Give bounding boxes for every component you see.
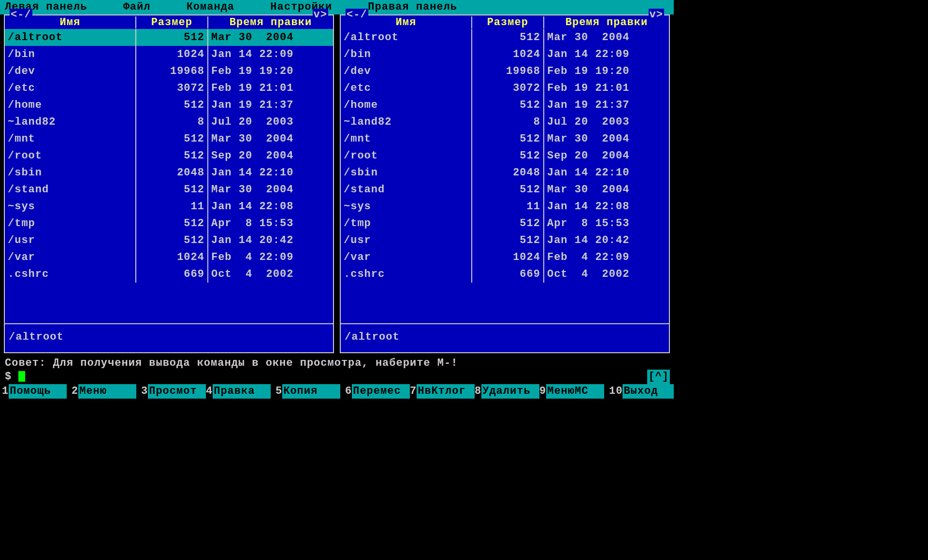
command-prompt[interactable]: $ [^]: [0, 370, 674, 384]
left-file-name: /bin: [5, 46, 136, 63]
left-file-size: 1024: [136, 46, 208, 63]
left-file-time: Jul 20 2003: [208, 114, 333, 130]
left-file-row[interactable]: /tmp512Apr 8 15:53: [5, 215, 333, 232]
right-file-size: 1024: [472, 249, 544, 266]
menu-file[interactable]: Файл: [123, 0, 151, 14]
right-file-size: 512: [472, 181, 544, 198]
left-file-size: 512: [136, 130, 208, 147]
fkey-gap: [271, 384, 276, 399]
left-file-row[interactable]: /usr512Jan 14 20:42: [5, 232, 333, 249]
right-file-name: /usr: [341, 232, 472, 249]
right-scroll-right-icon[interactable]: v>: [649, 9, 664, 21]
fkey-number: 7: [410, 384, 417, 399]
right-file-row[interactable]: /tmp512Apr 8 15:53: [341, 215, 669, 232]
fkey-number: 10: [609, 384, 623, 399]
left-file-name: /usr: [5, 232, 136, 249]
left-file-time: Mar 30 2004: [208, 181, 333, 198]
right-file-row[interactable]: ~sys11Jan 14 22:08: [341, 198, 669, 215]
left-file-row[interactable]: .cshrc669Oct 4 2002: [5, 266, 333, 283]
left-file-row[interactable]: /var1024Feb 4 22:09: [5, 249, 333, 266]
right-header-size[interactable]: Размер: [472, 16, 544, 29]
right-file-time: Feb 4 22:09: [544, 249, 669, 266]
left-file-row[interactable]: /root512Sep 20 2004: [5, 147, 333, 164]
fkey-label: НвКтлог: [417, 384, 475, 399]
left-file-name: /var: [5, 249, 136, 266]
left-file-size: 512: [136, 232, 208, 249]
fkey-number: 3: [141, 384, 148, 399]
left-file-row[interactable]: ~sys11Jan 14 22:08: [5, 198, 333, 215]
right-file-time: Jul 20 2003: [544, 114, 669, 130]
fkey-1[interactable]: 1Помощь: [2, 384, 67, 399]
left-file-row[interactable]: ~land828Jul 20 2003: [5, 114, 333, 130]
fkey-10[interactable]: 10Выход: [609, 384, 674, 399]
left-file-name: /home: [5, 97, 136, 114]
right-file-size: 669: [472, 266, 544, 283]
left-scroll-left-icon[interactable]: <-/: [10, 9, 32, 21]
left-file-name: /root: [5, 147, 136, 164]
right-file-row[interactable]: /stand512Mar 30 2004: [341, 181, 669, 198]
right-file-row[interactable]: /home512Jan 19 21:37: [341, 97, 669, 114]
left-file-row[interactable]: /altroot512Mar 30 2004: [5, 29, 333, 46]
right-file-name: /tmp: [341, 215, 472, 232]
right-file-name: .cshrc: [341, 266, 472, 283]
fkey-8[interactable]: 8Удалить: [475, 384, 539, 399]
right-file-row[interactable]: /usr512Jan 14 20:42: [341, 232, 669, 249]
fkey-label: Копия: [282, 384, 340, 399]
left-file-row[interactable]: /dev19968Feb 19 19:20: [5, 63, 333, 80]
cursor-icon: [18, 371, 25, 382]
right-file-row[interactable]: /dev19968Feb 19 19:20: [341, 63, 669, 80]
left-file-time: Feb 19 21:01: [208, 80, 333, 97]
left-file-time: Jan 14 22:10: [208, 164, 333, 181]
fkey-4[interactable]: 4Правка: [206, 384, 271, 399]
left-file-row[interactable]: /home512Jan 19 21:37: [5, 97, 333, 114]
fkey-7[interactable]: 7НвКтлог: [410, 384, 475, 399]
menu-command[interactable]: Команда: [187, 0, 234, 14]
right-file-row[interactable]: ~land828Jul 20 2003: [341, 114, 669, 130]
left-file-row[interactable]: /mnt512Mar 30 2004: [5, 130, 333, 147]
right-file-size: 11: [472, 198, 544, 215]
right-file-time: Feb 19 19:20: [544, 63, 669, 80]
right-file-row[interactable]: /sbin2048Jan 14 22:10: [341, 164, 669, 181]
right-file-time: Jan 14 22:08: [544, 198, 669, 215]
right-file-row[interactable]: /etc3072Feb 19 21:01: [341, 80, 669, 97]
right-status-line: /altroot: [341, 323, 669, 352]
fkey-6[interactable]: 6Перемес: [345, 384, 410, 399]
fkey-3[interactable]: 3Просмот: [141, 384, 206, 399]
menu-right-panel[interactable]: Правая панель: [368, 0, 457, 14]
left-file-row[interactable]: /stand512Mar 30 2004: [5, 181, 333, 198]
left-file-name: /sbin: [5, 164, 136, 181]
fkey-9[interactable]: 9МенюMC: [539, 384, 604, 399]
left-file-name: /etc: [5, 80, 136, 97]
right-file-time: Feb 19 21:01: [544, 80, 669, 97]
right-file-row[interactable]: /mnt512Mar 30 2004: [341, 130, 669, 147]
right-file-row[interactable]: .cshrc669Oct 4 2002: [341, 266, 669, 283]
right-file-row[interactable]: /bin1024Jan 14 22:09: [341, 46, 669, 63]
right-scroll-left-icon[interactable]: <-/: [346, 9, 368, 21]
left-scroll-right-icon[interactable]: v>: [313, 9, 328, 21]
right-file-row[interactable]: /var1024Feb 4 22:09: [341, 249, 669, 266]
right-file-time: Sep 20 2004: [544, 147, 669, 164]
right-file-row[interactable]: /altroot512Mar 30 2004: [341, 29, 669, 46]
left-header-size[interactable]: Размер: [136, 16, 208, 29]
right-file-time: Mar 30 2004: [544, 181, 669, 198]
right-file-name: /var: [341, 249, 472, 266]
caret-indicator[interactable]: [^]: [647, 370, 670, 384]
left-file-list[interactable]: /altroot512Mar 30 2004/bin1024Jan 14 22:…: [5, 29, 333, 323]
fkey-5[interactable]: 5Копия: [276, 384, 340, 399]
left-file-size: 19968: [136, 63, 208, 80]
right-file-size: 512: [472, 29, 544, 46]
fkey-number: 2: [72, 384, 78, 399]
fkey-2[interactable]: 2Меню: [72, 384, 136, 399]
fkey-label: Перемес: [352, 384, 410, 399]
right-file-size: 2048: [472, 164, 544, 181]
right-file-row[interactable]: /root512Sep 20 2004: [341, 147, 669, 164]
right-file-name: ~land82: [341, 114, 472, 130]
fkey-label: Выход: [623, 384, 674, 399]
prompt-symbol: $: [5, 371, 18, 383]
fkey-gap: [340, 384, 345, 399]
left-file-row[interactable]: /sbin2048Jan 14 22:10: [5, 164, 333, 181]
left-file-row[interactable]: /bin1024Jan 14 22:09: [5, 46, 333, 63]
fkey-label: Правка: [213, 384, 271, 399]
left-file-row[interactable]: /etc3072Feb 19 21:01: [5, 80, 333, 97]
right-file-list[interactable]: /altroot512Mar 30 2004/bin1024Jan 14 22:…: [341, 29, 669, 323]
